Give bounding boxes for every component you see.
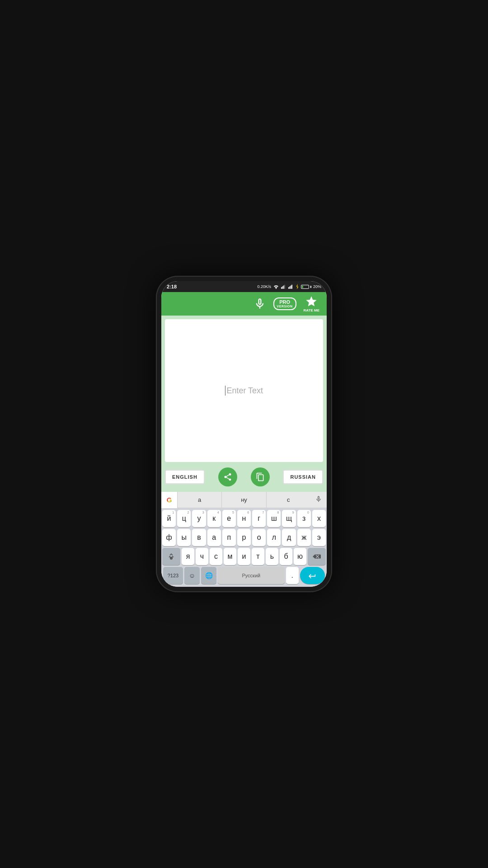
key-ц[interactable]: 2ц bbox=[177, 510, 191, 527]
key-с[interactable]: с bbox=[210, 548, 222, 565]
svg-rect-5 bbox=[288, 287, 289, 289]
period-key[interactable]: . bbox=[286, 567, 299, 584]
key-р[interactable]: р bbox=[237, 529, 251, 546]
key-ю[interactable]: ю bbox=[294, 548, 306, 565]
key-ы[interactable]: ы bbox=[177, 529, 191, 546]
delete-icon bbox=[313, 553, 321, 560]
mic-icon bbox=[253, 297, 266, 310]
shift-key[interactable] bbox=[162, 548, 180, 565]
copy-icon bbox=[256, 472, 265, 481]
enter-key[interactable] bbox=[300, 567, 325, 584]
svg-rect-8 bbox=[291, 285, 292, 289]
status-time: 2:18 bbox=[167, 284, 177, 289]
mic-suggest-icon bbox=[315, 495, 322, 505]
key-т[interactable]: т bbox=[252, 548, 264, 565]
key-ж[interactable]: ж bbox=[297, 529, 311, 546]
google-logo: G bbox=[161, 492, 178, 508]
phone-shell: 2:18 0.20K/s bbox=[156, 276, 332, 592]
svg-rect-10 bbox=[170, 559, 173, 560]
suggestion-1[interactable]: а bbox=[178, 492, 222, 508]
key-г[interactable]: 7г bbox=[252, 510, 266, 527]
keyboard: 1й 2ц 3у 4к 5е 6н 7г 8ш 9щ 0з х ф ы в а … bbox=[161, 508, 327, 587]
status-right: 0.20K/s bbox=[257, 284, 321, 289]
app-bar: PRO VERSION RATE ME bbox=[161, 292, 327, 316]
svg-rect-1 bbox=[281, 287, 282, 289]
svg-rect-2 bbox=[282, 286, 283, 288]
share-button[interactable] bbox=[218, 467, 237, 486]
battery-percent: 20% bbox=[313, 284, 321, 289]
emoji-key[interactable]: ☺ bbox=[184, 567, 200, 584]
key-ф[interactable]: ф bbox=[162, 529, 176, 546]
suggestion-3[interactable]: с bbox=[267, 492, 310, 508]
key-а[interactable]: а bbox=[207, 529, 221, 546]
delete-key[interactable] bbox=[308, 548, 326, 565]
key-н[interactable]: 6н bbox=[237, 510, 251, 527]
copy-button[interactable] bbox=[251, 467, 270, 486]
key-у[interactable]: 3у bbox=[192, 510, 206, 527]
share-icon bbox=[223, 472, 232, 481]
pro-badge: PRO VERSION bbox=[273, 297, 296, 310]
key-б[interactable]: б bbox=[280, 548, 292, 565]
key-й[interactable]: 1й bbox=[162, 510, 176, 527]
source-language-button[interactable]: ENGLISH bbox=[165, 470, 205, 484]
phone-screen: 2:18 0.20K/s bbox=[161, 281, 327, 587]
pro-version-button[interactable]: PRO VERSION bbox=[273, 297, 296, 310]
key-л[interactable]: л bbox=[267, 529, 281, 546]
shift-icon bbox=[167, 552, 175, 561]
svg-rect-7 bbox=[291, 286, 291, 289]
rate-me-button[interactable]: RATE ME bbox=[304, 295, 319, 312]
key-я[interactable]: я bbox=[182, 548, 194, 565]
key-в[interactable]: в bbox=[192, 529, 206, 546]
svg-marker-9 bbox=[296, 284, 299, 289]
svg-rect-3 bbox=[283, 286, 284, 289]
svg-rect-4 bbox=[284, 285, 285, 289]
key-з[interactable]: 0з bbox=[297, 510, 311, 527]
main-area: Enter Text ENGLISH RUSSIAN bbox=[161, 316, 327, 492]
language-bar: ENGLISH RUSSIAN bbox=[165, 466, 323, 488]
sym-key[interactable]: ?123 bbox=[163, 567, 183, 584]
text-placeholder: Enter Text bbox=[225, 386, 263, 396]
star-icon bbox=[305, 295, 318, 308]
cursor bbox=[225, 386, 226, 396]
keyboard-bottom-row: ?123 ☺ 🌐 Русский . bbox=[162, 567, 326, 584]
key-о[interactable]: о bbox=[252, 529, 266, 546]
key-х[interactable]: х bbox=[312, 510, 326, 527]
key-ш[interactable]: 8ш bbox=[267, 510, 281, 527]
wifi-icon bbox=[273, 284, 279, 289]
key-э[interactable]: э bbox=[312, 529, 326, 546]
target-language-button[interactable]: RUSSIAN bbox=[283, 470, 323, 484]
signal-icon-2 bbox=[288, 284, 294, 289]
globe-key[interactable]: 🌐 bbox=[201, 567, 216, 584]
keyboard-row-3: я ч с м и т ь б ю bbox=[162, 548, 326, 565]
key-п[interactable]: п bbox=[222, 529, 236, 546]
keyboard-row-2: ф ы в а п р о л д ж э bbox=[162, 529, 326, 546]
signal-icon bbox=[281, 284, 286, 289]
keyboard-suggestions: G а ну с bbox=[161, 492, 327, 508]
mic-button[interactable] bbox=[253, 297, 266, 310]
key-ь[interactable]: ь bbox=[266, 548, 278, 565]
keyboard-row-1: 1й 2ц 3у 4к 5е 6н 7г 8ш 9щ 0з х bbox=[162, 510, 326, 527]
network-speed: 0.20K/s bbox=[257, 284, 271, 289]
suggest-items: а ну с bbox=[178, 492, 310, 508]
key-щ[interactable]: 9щ bbox=[282, 510, 296, 527]
status-bar: 2:18 0.20K/s bbox=[161, 281, 327, 292]
key-и[interactable]: и bbox=[238, 548, 250, 565]
space-key[interactable]: Русский bbox=[218, 567, 285, 584]
key-д[interactable]: д bbox=[282, 529, 296, 546]
key-м[interactable]: м bbox=[224, 548, 236, 565]
key-ч[interactable]: ч bbox=[196, 548, 208, 565]
key-е[interactable]: 5е bbox=[222, 510, 236, 527]
battery-icon bbox=[301, 285, 311, 289]
svg-rect-6 bbox=[289, 286, 290, 288]
rate-me-label: RATE ME bbox=[304, 308, 319, 312]
suggestion-2[interactable]: ну bbox=[222, 492, 266, 508]
key-к[interactable]: 4к bbox=[207, 510, 221, 527]
enter-icon bbox=[308, 572, 317, 579]
voice-input-button[interactable] bbox=[310, 492, 327, 508]
text-input-area[interactable]: Enter Text bbox=[165, 319, 323, 462]
svg-point-0 bbox=[276, 288, 277, 289]
charging-icon bbox=[296, 284, 299, 289]
